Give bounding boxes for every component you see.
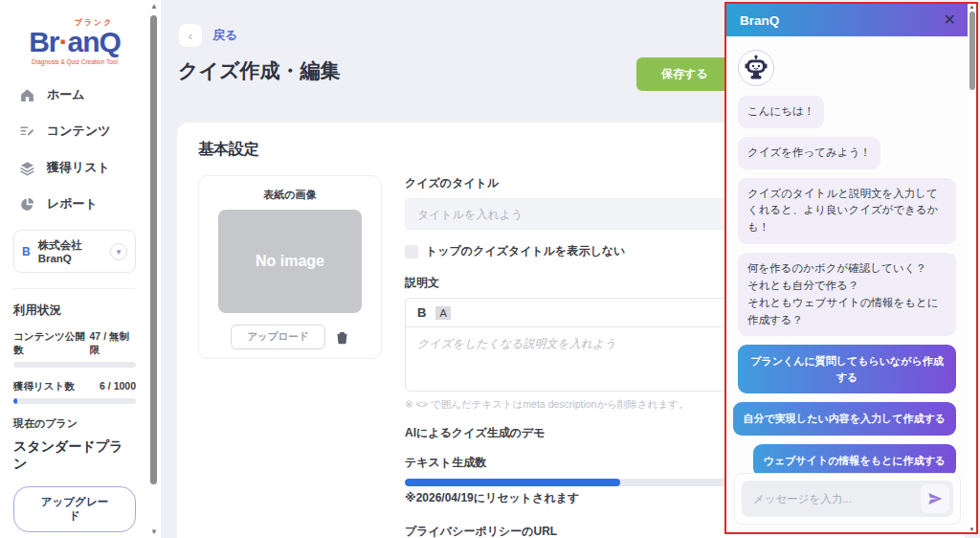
scroll-up-icon[interactable]: ▲ bbox=[147, 2, 161, 11]
home-icon bbox=[19, 87, 35, 103]
chat-input-bar bbox=[734, 473, 961, 525]
usage-row-label: 獲得リスト数 bbox=[13, 380, 75, 393]
sidebar-item-home[interactable]: ホーム bbox=[13, 78, 136, 111]
cover-image-card: 表紙の画像 No image アップロード bbox=[198, 175, 382, 359]
app-root: ブランク Br·anQ Diagnosis & Quiz Creation To… bbox=[0, 0, 980, 538]
sidebar-item-label: 獲得リスト bbox=[47, 159, 110, 176]
chat-message: こんにちは！ bbox=[738, 96, 824, 128]
list-progress-fill bbox=[13, 398, 17, 404]
usage-section: 利用状況 コンテンツ公開数 47 / 無制限 獲得リスト数 6 / 1000 現… bbox=[13, 288, 136, 532]
sidebar: ブランク Br·anQ Diagnosis & Quiz Creation To… bbox=[0, 0, 161, 538]
chat-body: こんにちは！ クイズを作ってみよう！ クイズのタイトルと説明文を入力してくれると… bbox=[726, 36, 968, 477]
pie-chart-icon bbox=[19, 196, 35, 213]
sidebar-item-report[interactable]: レポート bbox=[13, 188, 136, 220]
content-progress-track bbox=[13, 362, 136, 368]
bot-avatar bbox=[738, 50, 774, 86]
sidebar-item-label: コンテンツ bbox=[47, 123, 111, 140]
chevron-down-icon: ▾ bbox=[110, 243, 127, 260]
chat-message: クイズを作ってみよう！ bbox=[738, 137, 880, 169]
chat-message: クイズのタイトルと説明文を入力してくれると、より良いクイズができるかも！ bbox=[738, 178, 956, 244]
list-progress-track bbox=[13, 398, 136, 404]
sidebar-item-label: レポート bbox=[47, 195, 98, 213]
logo-tagline: Diagnosis & Quiz Creation Tool bbox=[13, 58, 136, 65]
back-button[interactable]: ‹ bbox=[178, 23, 203, 48]
scroll-up-icon[interactable]: ▲ bbox=[968, 4, 976, 10]
branq-logo: ブランク Br·anQ Diagnosis & Quiz Creation To… bbox=[13, 10, 136, 78]
trash-icon[interactable] bbox=[335, 330, 349, 345]
chevron-left-icon: ‹ bbox=[189, 29, 192, 43]
usage-row-value: 47 / 無制限 bbox=[90, 330, 136, 357]
message-input[interactable] bbox=[753, 493, 921, 504]
upgrade-button[interactable]: アップグレード bbox=[13, 486, 136, 532]
robot-icon bbox=[743, 55, 769, 81]
content-icon bbox=[19, 123, 35, 140]
branq-chat-panel: BranQ ✕ こんにちは！ クイズを bbox=[724, 2, 978, 534]
usage-title: 利用状況 bbox=[13, 303, 136, 319]
close-icon[interactable]: ✕ bbox=[944, 12, 956, 28]
paper-plane-icon bbox=[927, 491, 943, 506]
chat-scrollbar[interactable]: ▲ ▼ bbox=[968, 4, 976, 532]
hide-title-label: トップのクイズタイトルを表示しない bbox=[426, 243, 625, 259]
usage-row-value: 6 / 1000 bbox=[100, 380, 136, 392]
sidebar-scrollbar-thumb[interactable] bbox=[150, 15, 157, 484]
cover-image-label: 表紙の画像 bbox=[211, 188, 369, 202]
sidebar-item-contents[interactable]: コンテンツ bbox=[13, 115, 136, 147]
upload-button[interactable]: アップロード bbox=[231, 325, 324, 349]
text-gen-progress-fill bbox=[405, 479, 620, 486]
no-image-placeholder: No image bbox=[218, 210, 362, 313]
chat-scrollbar-thumb[interactable] bbox=[969, 11, 975, 90]
layers-icon bbox=[19, 160, 35, 176]
save-button[interactable]: 保存する bbox=[636, 57, 733, 91]
scroll-down-icon[interactable]: ▼ bbox=[147, 527, 161, 536]
hide-title-checkbox[interactable] bbox=[405, 245, 418, 258]
chat-header: BranQ ✕ bbox=[726, 4, 968, 36]
create-with-bot-questions-button[interactable]: プランくんに質問してもらいながら作成する bbox=[738, 345, 956, 393]
sidebar-item-label: ホーム bbox=[47, 86, 85, 103]
company-selector[interactable]: B 株式会社BranQ ▾ bbox=[13, 230, 136, 273]
chat-message: 何を作るのかボクが確認していく？ それとも自分で作る？ それともウェブサイトの情… bbox=[738, 253, 956, 336]
text-color-button[interactable]: A bbox=[435, 306, 450, 320]
create-with-own-input-button[interactable]: 自分で実現したい内容を入力して作成する bbox=[733, 402, 956, 436]
back-link[interactable]: 戻る bbox=[212, 27, 237, 44]
chat-title: BranQ bbox=[740, 13, 779, 28]
logo-wordmark: Br·anQ bbox=[13, 28, 136, 56]
sidebar-item-acquired-list[interactable]: 獲得リスト bbox=[13, 151, 136, 184]
current-plan-label: 現在のプラン bbox=[13, 416, 136, 431]
current-plan-name: スタンダードプラン bbox=[13, 438, 136, 473]
send-button[interactable] bbox=[921, 484, 949, 513]
company-name: 株式会社BranQ bbox=[38, 238, 102, 264]
sidebar-scrollbar[interactable]: ▲ ▼ bbox=[147, 0, 161, 538]
usage-row-label: コンテンツ公開数 bbox=[13, 330, 90, 357]
company-badge: B bbox=[22, 245, 31, 258]
scroll-down-icon[interactable]: ▼ bbox=[968, 527, 976, 532]
bold-button[interactable]: B bbox=[417, 305, 426, 320]
